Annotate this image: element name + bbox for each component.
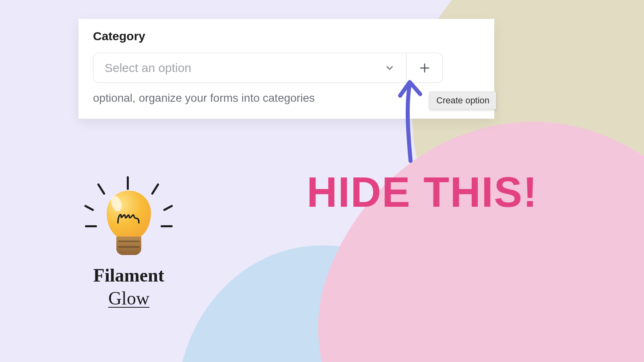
lightbulb-icon xyxy=(87,177,171,261)
brand-name-line1: Filament xyxy=(93,265,164,286)
brand-logo: Filament Glow xyxy=(76,177,181,309)
annotation-arrow-icon xyxy=(386,76,435,165)
chevron-down-icon xyxy=(384,63,395,73)
canvas: Category Select an option optional, orga… xyxy=(0,0,644,362)
category-label: Category xyxy=(93,29,480,43)
annotation-headline: HIDE THIS! xyxy=(307,171,538,213)
category-select-placeholder: Select an option xyxy=(105,61,191,75)
create-option-tooltip: Create option xyxy=(429,92,496,109)
category-select[interactable]: Select an option xyxy=(93,53,407,83)
plus-icon xyxy=(419,62,431,74)
brand-name-line2: Glow xyxy=(108,288,149,309)
